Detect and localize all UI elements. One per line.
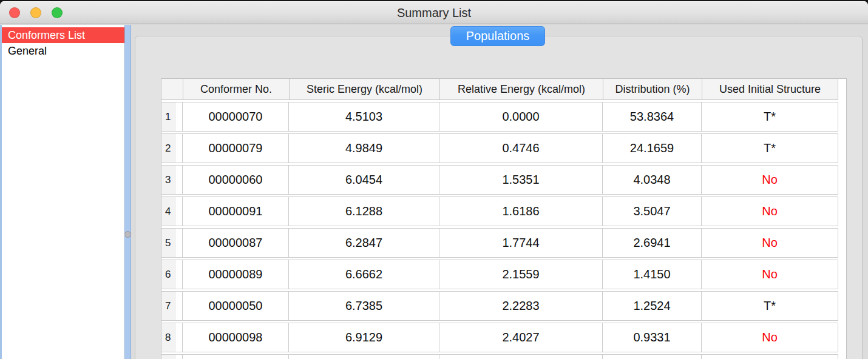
header-conformer-no[interactable]: Conformer No. xyxy=(183,79,289,100)
used-initial-structure-cell[interactable]: No xyxy=(702,260,838,289)
summary-list-window: Summary List Conformers List General Pop… xyxy=(0,1,868,359)
relative-energy-cell[interactable]: 2.4378 xyxy=(439,354,603,359)
conformer-no-cell[interactable]: 00000060 xyxy=(183,165,289,195)
relative-energy-cell[interactable]: 1.6186 xyxy=(439,196,603,226)
conformer-no-cell[interactable]: 00000089 xyxy=(183,260,289,289)
row-number-cell: 9 xyxy=(161,354,183,359)
relative-energy-cell[interactable]: 0.0000 xyxy=(439,102,603,132)
distribution-cell[interactable]: 1.4150 xyxy=(603,260,702,289)
splitter-handle-icon[interactable] xyxy=(124,231,131,238)
distribution-cell[interactable]: 0.8794 xyxy=(603,354,702,359)
steric-energy-cell[interactable]: 6.9481 xyxy=(289,354,439,359)
table-row[interactable]: 5 00000087 6.2847 1.7744 2.6941 No xyxy=(161,228,846,258)
table-row[interactable]: 9 00000082 6.9481 2.4378 0.8794 No xyxy=(161,354,846,359)
conformers-table: Conformer No. Steric Energy (kcal/mol) R… xyxy=(161,78,847,359)
conformer-no-cell[interactable]: 00000098 xyxy=(183,323,289,352)
sidebar-item-general[interactable]: General xyxy=(2,43,124,59)
title-bar[interactable]: Summary List xyxy=(0,1,868,24)
table-row[interactable]: 4 00000091 6.1288 1.6186 3.5047 No xyxy=(161,196,846,226)
steric-energy-cell[interactable]: 6.9129 xyxy=(289,323,439,352)
populations-pane: Conformer No. Steric Energy (kcal/mol) R… xyxy=(135,36,863,359)
header-used-initial-structure[interactable]: Used Initial Structure xyxy=(702,79,838,100)
conformer-no-cell[interactable]: 00000091 xyxy=(183,196,289,226)
conformer-no-cell[interactable]: 00000079 xyxy=(183,133,289,163)
used-initial-structure-cell[interactable]: T* xyxy=(702,102,838,132)
used-initial-structure-cell[interactable]: No xyxy=(702,165,838,195)
window-title: Summary List xyxy=(0,1,868,24)
steric-energy-cell[interactable]: 4.5103 xyxy=(289,102,439,132)
minimize-button[interactable] xyxy=(30,7,41,18)
header-distribution[interactable]: Distribution (%) xyxy=(603,79,702,100)
used-initial-structure-cell[interactable]: No xyxy=(702,228,838,258)
steric-energy-cell[interactable]: 6.0454 xyxy=(289,165,439,195)
steric-energy-cell[interactable]: 6.6662 xyxy=(289,260,439,289)
steric-energy-cell[interactable]: 6.1288 xyxy=(289,196,439,226)
used-initial-structure-cell[interactable]: T* xyxy=(702,133,838,163)
distribution-cell[interactable]: 0.9331 xyxy=(603,323,702,352)
row-number-cell: 8 xyxy=(161,323,183,352)
relative-energy-cell[interactable]: 0.4746 xyxy=(439,133,603,163)
tab-populations[interactable]: Populations xyxy=(450,26,545,46)
used-initial-structure-cell[interactable]: No xyxy=(702,354,838,359)
relative-energy-cell[interactable]: 1.5351 xyxy=(439,165,603,195)
distribution-cell[interactable]: 4.0348 xyxy=(603,165,702,195)
sidebar-item-conformers-list[interactable]: Conformers List xyxy=(2,27,124,43)
table-row[interactable]: 6 00000089 6.6662 2.1559 1.4150 No xyxy=(161,260,846,289)
distribution-cell[interactable]: 3.5047 xyxy=(603,196,702,226)
conformer-no-cell[interactable]: 00000070 xyxy=(183,102,289,132)
table-header-row: Conformer No. Steric Energy (kcal/mol) R… xyxy=(161,79,846,100)
main-content: Populations Conformer No. Steric Energy … xyxy=(131,25,868,359)
table-row[interactable]: 8 00000098 6.9129 2.4027 0.9331 No xyxy=(161,323,846,352)
distribution-cell[interactable]: 24.1659 xyxy=(603,133,702,163)
header-steric-energy[interactable]: Steric Energy (kcal/mol) xyxy=(289,79,439,100)
row-number-cell: 4 xyxy=(161,196,183,226)
distribution-cell[interactable]: 2.6941 xyxy=(603,228,702,258)
zoom-button[interactable] xyxy=(52,7,63,18)
header-corner-cell xyxy=(161,79,183,100)
relative-energy-cell[interactable]: 2.1559 xyxy=(439,260,603,289)
close-button[interactable] xyxy=(9,7,20,18)
steric-energy-cell[interactable]: 6.2847 xyxy=(289,228,439,258)
table-row[interactable]: 1 00000070 4.5103 0.0000 53.8364 T* xyxy=(161,102,846,132)
table-row[interactable]: 7 00000050 6.7385 2.2283 1.2524 T* xyxy=(161,291,846,321)
used-initial-structure-cell[interactable]: No xyxy=(702,196,838,226)
used-initial-structure-cell[interactable]: T* xyxy=(702,291,838,321)
conformer-no-cell[interactable]: 00000087 xyxy=(183,228,289,258)
sidebar-splitter[interactable] xyxy=(124,25,131,359)
relative-energy-cell[interactable]: 2.4027 xyxy=(439,323,603,352)
used-initial-structure-cell[interactable]: No xyxy=(702,323,838,352)
row-number-cell: 6 xyxy=(161,260,183,289)
table-row[interactable]: 3 00000060 6.0454 1.5351 4.0348 No xyxy=(161,165,846,195)
conformer-no-cell[interactable]: 00000082 xyxy=(183,354,289,359)
row-number-cell: 7 xyxy=(161,291,183,321)
relative-energy-cell[interactable]: 1.7744 xyxy=(439,228,603,258)
distribution-cell[interactable]: 53.8364 xyxy=(603,102,702,132)
relative-energy-cell[interactable]: 2.2283 xyxy=(439,291,603,321)
row-number-cell: 5 xyxy=(161,228,183,258)
table-body: 1 00000070 4.5103 0.0000 53.8364 T* 2 00… xyxy=(161,102,846,359)
distribution-cell[interactable]: 1.2524 xyxy=(603,291,702,321)
row-number-cell: 3 xyxy=(161,165,183,195)
steric-energy-cell[interactable]: 4.9849 xyxy=(289,133,439,163)
conformer-no-cell[interactable]: 00000050 xyxy=(183,291,289,321)
table-row[interactable]: 2 00000079 4.9849 0.4746 24.1659 T* xyxy=(161,133,846,163)
row-number-cell: 2 xyxy=(161,133,183,163)
sidebar: Conformers List General xyxy=(0,25,124,359)
header-relative-energy[interactable]: Relative Energy (kcal/mol) xyxy=(439,79,603,100)
row-number-cell: 1 xyxy=(161,102,183,132)
steric-energy-cell[interactable]: 6.7385 xyxy=(289,291,439,321)
